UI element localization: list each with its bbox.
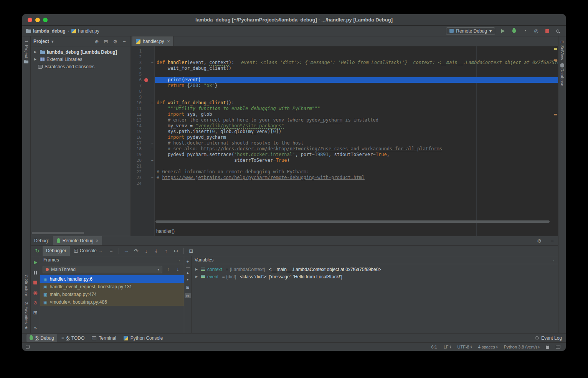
code-line[interactable]: 6 print(event) [131, 77, 558, 83]
breadcrumb-file[interactable]: handler.py [71, 28, 99, 34]
variable-row[interactable]: ▶context = {LambdaContext} <__main__.Lam… [192, 266, 558, 273]
tool-button-todo[interactable]: ≡ 6: TODO [58, 334, 88, 342]
code-text[interactable]: def handler(event, context):event: <clas… [155, 60, 558, 66]
add-watch-button[interactable]: + [187, 259, 189, 264]
fold-marker-icon[interactable]: − [149, 146, 155, 152]
fold-marker-icon[interactable]: − [149, 100, 155, 106]
breakpoint-gutter[interactable] [143, 78, 149, 82]
status-interpreter[interactable]: Python 3.8 (venv) [504, 345, 539, 349]
fold-marker-icon[interactable]: − [149, 140, 155, 146]
frame-row[interactable]: ▣handler, handler.py:6 [40, 275, 184, 283]
step-into-button[interactable]: ↓ [142, 247, 151, 255]
code-line[interactable]: 1 [131, 48, 558, 54]
toolwindow-toggle-icon[interactable] [26, 345, 30, 349]
code-line[interactable]: 15 sys.path.insert(0, glob.glob(my_venv)… [131, 129, 558, 135]
next-frame-button[interactable]: ↓ [174, 267, 182, 272]
restore-layout-button[interactable]: ⊞ [31, 309, 40, 316]
status-encoding[interactable]: UTF-8 [458, 345, 472, 349]
line-number[interactable]: 21 [131, 163, 143, 169]
tree-item-project-root[interactable]: ▶ lambda_debug [Lambda Debug] [31, 48, 130, 56]
hide-panel-button[interactable]: − [121, 38, 128, 45]
code-line[interactable]: 19 pydevd_pycharm.settrace('host.docker.… [131, 152, 558, 158]
tool-button-structure[interactable]: 7: Structure [24, 271, 29, 298]
line-number[interactable]: 17 [131, 140, 143, 146]
code-line[interactable]: 12 import sys, glob [131, 112, 558, 117]
collapse-all-button[interactable]: ⊟ [102, 38, 109, 45]
layout-menu-button[interactable]: ≡ [107, 247, 116, 255]
code-line[interactable]: 7 return {200: "ok"} [131, 83, 558, 89]
tab-debugger[interactable]: Debugger [43, 246, 70, 256]
tool-button-favorites[interactable]: 2: Favorites [24, 298, 29, 325]
status-caret-position[interactable]: 6:1 [431, 345, 437, 349]
code-text[interactable]: import pydevd_pycharm [155, 135, 558, 140]
event-log-button[interactable]: Event Log [535, 335, 562, 341]
zoom-window-button[interactable] [43, 18, 48, 22]
line-number[interactable]: 1 [131, 48, 143, 54]
code-text[interactable]: wait_for_debug_client() [155, 66, 558, 71]
view-options-button[interactable]: ⊞ [186, 285, 189, 290]
code-text[interactable]: # see also: https://docs.docker.com/desk… [155, 146, 558, 152]
line-number[interactable]: 9 [131, 94, 143, 100]
code-text[interactable]: """Utility function to enable debugging … [155, 106, 558, 112]
frame-row[interactable]: ▣main, bootstrap.py:474 [40, 291, 184, 298]
profiler-button[interactable]: ◔ [522, 28, 529, 35]
tool-button-database[interactable]: Database [560, 68, 565, 88]
status-lock[interactable] [546, 345, 549, 349]
line-number[interactable]: 4 [131, 66, 143, 71]
breadcrumb-project[interactable]: lambda_debug [26, 28, 66, 34]
frame-row[interactable]: ▣handle_event_request, bootstrap.py:131 [40, 283, 184, 291]
sciview-icon[interactable]: ⊞ [560, 36, 564, 44]
fold-marker-icon[interactable]: − [149, 175, 155, 181]
pin-icon[interactable]: → [177, 258, 181, 262]
project-panel-title[interactable]: Project [33, 39, 49, 44]
code-line[interactable]: 2 [131, 54, 558, 60]
code-line[interactable]: 8 [131, 89, 558, 94]
previous-frame-button[interactable]: ↑ [164, 267, 172, 272]
fold-marker-icon[interactable]: − [149, 60, 155, 66]
debug-button[interactable] [510, 28, 517, 35]
tool-button-terminal[interactable]: Terminal [89, 334, 119, 342]
fold-marker-icon[interactable]: − [149, 158, 155, 163]
tool-button-python-console[interactable]: Python Console [121, 334, 166, 342]
code-line[interactable]: 21 [131, 163, 558, 169]
tool-button-project[interactable]: 1: Project [24, 36, 29, 59]
step-into-my-code-button[interactable]: ⇣ [152, 247, 161, 255]
line-number[interactable]: 15 [131, 129, 143, 135]
line-number[interactable]: 2 [131, 54, 143, 60]
line-number[interactable]: 18 [131, 146, 143, 152]
stripe-mark[interactable] [554, 59, 557, 61]
code-line[interactable]: 3−def handler(event, context):event: <cl… [131, 60, 558, 66]
database-icon[interactable] [560, 63, 564, 67]
code-line[interactable]: 5 [131, 71, 558, 77]
code-text[interactable]: print(event) [155, 77, 558, 83]
status-indent[interactable]: 4 spaces [478, 345, 497, 349]
editor[interactable]: 123−def handler(event, context):event: <… [131, 46, 558, 236]
stripe-mark[interactable] [554, 48, 557, 50]
line-number[interactable]: 20 [131, 158, 143, 163]
code-line[interactable]: 11 """Utility function to enable debuggi… [131, 106, 558, 112]
line-number[interactable]: 6 [131, 77, 143, 83]
run-button[interactable] [499, 28, 506, 35]
settings-button[interactable]: ⚙ [112, 38, 119, 45]
chevron-down-icon[interactable]: ▾ [51, 39, 54, 44]
run-configuration-select[interactable]: Remote Debug ▾ [446, 27, 495, 35]
code-text[interactable]: pydevd_pycharm.settrace('host.docker.int… [155, 152, 558, 158]
frame-row[interactable]: ▣<module>, bootstrap.py:486 [40, 298, 184, 306]
code-line[interactable]: 10−def wait_for_debug_client(): [131, 100, 558, 106]
resume-button[interactable] [31, 260, 40, 266]
coverage-button[interactable]: ◎ [533, 28, 540, 35]
line-number[interactable]: 8 [131, 89, 143, 94]
code-text[interactable]: my_venv = "venv/lib/python*/site-package… [155, 123, 558, 129]
expand-arrow-icon[interactable]: ▶ [34, 58, 38, 61]
line-number[interactable]: 5 [131, 71, 143, 77]
hide-panel-button[interactable]: − [549, 237, 556, 244]
status-highlighting[interactable] [556, 345, 560, 348]
tree-item-scratches[interactable]: Scratches and Consoles [31, 63, 130, 70]
line-number[interactable]: 24 [131, 181, 143, 186]
line-number[interactable]: 16 [131, 135, 143, 140]
line-number[interactable]: 19 [131, 152, 143, 158]
code-text[interactable]: # https://www.jetbrains.com/help/pycharm… [155, 175, 558, 181]
navigate-up-button[interactable]: ▲ [186, 271, 189, 274]
code-line[interactable]: 17− # host.docker.internal should resolv… [131, 140, 558, 146]
code-line[interactable]: 14 my_venv = "venv/lib/python*/site-pack… [131, 123, 558, 129]
